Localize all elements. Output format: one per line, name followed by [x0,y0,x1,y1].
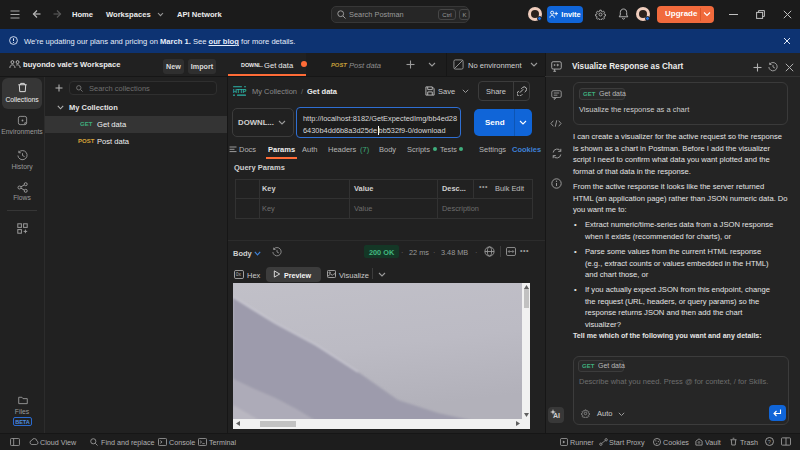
svg-text:?: ? [768,439,771,445]
svg-text:0x: 0x [236,272,242,277]
svg-text:HTTP: HTTP [233,88,247,94]
